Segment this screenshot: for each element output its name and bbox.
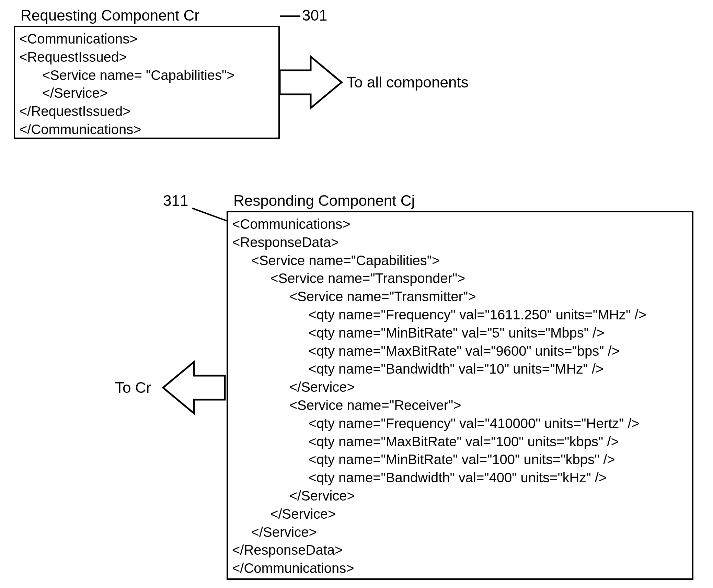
requesting-ref-leader (280, 15, 300, 17)
responding-ref-leader (192, 208, 229, 222)
requesting-title: Requesting Component Cr (21, 7, 199, 24)
svg-marker-0 (280, 57, 342, 108)
arrow-right-icon (280, 57, 342, 108)
svg-marker-1 (163, 362, 225, 413)
responding-arrow-label: To Cr (115, 379, 151, 396)
requesting-arrow-label: To all components (347, 74, 469, 91)
requesting-code: <Communications> <RequestIssued> <Servic… (19, 30, 274, 139)
arrow-left-icon (163, 362, 225, 413)
responding-code: <Communications> <ResponseData> <Service… (232, 215, 688, 577)
requesting-box: <Communications> <RequestIssued> <Servic… (14, 26, 280, 139)
responding-ref-label: 311 (163, 192, 188, 209)
responding-title: Responding Component Cj (233, 192, 415, 209)
requesting-ref-label: 301 (302, 7, 327, 24)
diagram-canvas: Requesting Component Cr 301 <Communicati… (0, 0, 713, 588)
responding-box: <Communications> <ResponseData> <Service… (227, 211, 693, 580)
